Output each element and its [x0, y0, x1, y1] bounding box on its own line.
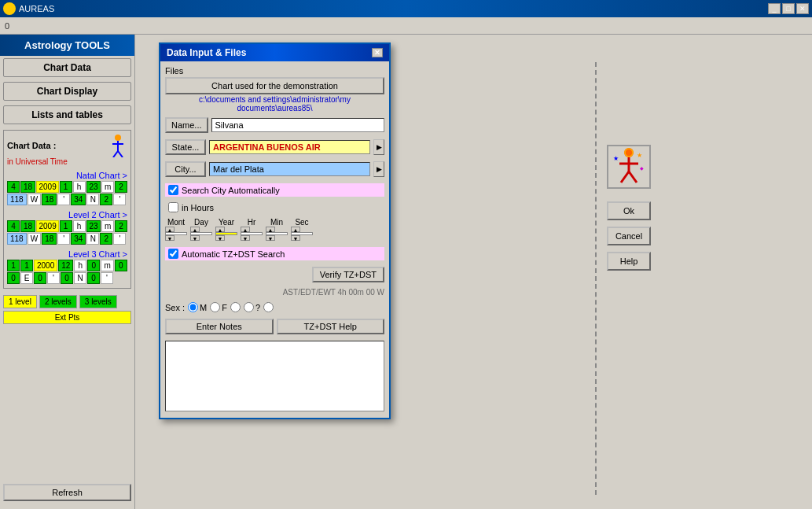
sec-label: Sec	[295, 218, 308, 227]
date-row: Mont ▲ ▼ Day ▲ ▼	[165, 218, 384, 241]
search-city-row: Search City Automatically	[165, 183, 384, 197]
sex-blank-option[interactable]	[230, 302, 241, 312]
notes-textarea[interactable]	[165, 341, 384, 411]
ok-button[interactable]: Ok	[607, 201, 651, 220]
year-down-button[interactable]: ▼	[215, 235, 225, 241]
chart-data-section: Chart Data : in Universal Time Natal Cha…	[3, 130, 131, 289]
in-hours-checkbox[interactable]	[168, 202, 178, 212]
demo-chart-button[interactable]: Chart used for the demonstration	[165, 77, 384, 94]
city-arrow[interactable]: ▶	[373, 161, 384, 177]
tz-help-button[interactable]: TZ+DST Help	[277, 319, 385, 334]
city-button[interactable]: City...	[165, 161, 206, 177]
day-up-button[interactable]: ▲	[190, 227, 200, 232]
astro-figure-icon-dialog: ★ ★ ◆	[612, 148, 646, 186]
notes-row: Enter Notes TZ+DST Help	[165, 319, 384, 334]
lists-tables-button[interactable]: Lists and tables	[3, 105, 131, 124]
app-title: AUREAS	[19, 4, 54, 13]
sex-f-option[interactable]: F	[210, 302, 227, 312]
svg-text:◆: ◆	[640, 166, 644, 171]
sex-q-option[interactable]: ?	[244, 302, 260, 312]
level2-row2: 118 W 18 ' 34 N 2 '	[7, 233, 127, 245]
hour-up-button[interactable]: ▲	[241, 227, 250, 232]
min-down-button[interactable]: ▼	[266, 235, 275, 241]
sex-last-option[interactable]	[263, 302, 274, 312]
level3-row1: 1 1 2000 12 h 0 m 0	[7, 260, 127, 271]
close-button[interactable]: ✕	[796, 3, 809, 14]
verify-button[interactable]: Verify TZ+DST	[312, 267, 384, 282]
svg-line-3	[113, 151, 118, 157]
name-button[interactable]: Name...	[165, 117, 208, 133]
level3-button[interactable]: 3 levels	[79, 295, 117, 308]
city-row: City... ▶	[165, 161, 384, 177]
sex-blank-radio[interactable]	[230, 302, 241, 312]
minimize-button[interactable]: _	[768, 3, 781, 14]
ast-line: AST/EDT/EWT 4h 00m 00 W	[165, 288, 384, 297]
svg-line-4	[118, 151, 123, 157]
sex-m-option[interactable]: M	[188, 302, 207, 312]
enter-notes-button[interactable]: Enter Notes	[165, 319, 274, 334]
ext-pts-button[interactable]: Ext Pts	[3, 311, 131, 324]
sex-row: Sex : M F ?	[165, 302, 384, 312]
verify-row: Verify TZ+DST	[165, 267, 384, 282]
level3-row2: 0 E 0 ' 0 N 0 '	[7, 272, 127, 284]
dialog-body: Files Chart used for the demonstration c…	[160, 61, 389, 418]
level1-button[interactable]: 1 level	[3, 295, 37, 308]
dialog-close-button[interactable]: ✕	[372, 48, 383, 57]
natal-row1: 4 18 2009 1 h 23 m 2	[7, 181, 127, 193]
sex-m-radio[interactable]	[188, 302, 198, 312]
sex-last-radio[interactable]	[263, 302, 274, 312]
maximize-button[interactable]: □	[782, 3, 795, 14]
svg-text:★: ★	[613, 155, 619, 162]
search-city-checkbox[interactable]	[168, 185, 178, 195]
search-city-label: Search City Automatically	[182, 186, 280, 195]
hour-down-button[interactable]: ▼	[241, 235, 250, 241]
svg-point-0	[115, 135, 121, 141]
in-hours-row: in Hours	[165, 201, 384, 213]
svg-point-5	[624, 148, 634, 157]
sec-up-button[interactable]: ▲	[291, 227, 300, 232]
chart-data-button[interactable]: Chart Data	[3, 58, 131, 77]
address-text: 0	[5, 21, 9, 31]
dialog-title-bar: Data Input & Files ✕	[160, 44, 389, 61]
sec-down-button[interactable]: ▼	[291, 235, 300, 241]
left-panel: Astrology TOOLS Chart Data Chart Display…	[0, 35, 135, 509]
level2-row1: 4 18 2009 1 h 23 m 2	[7, 220, 127, 232]
address-bar: 0	[0, 17, 812, 35]
month-down-button[interactable]: ▼	[165, 235, 175, 241]
auto-tz-label: Automatic TZ+DST Search	[182, 249, 285, 259]
dashed-divider	[595, 62, 597, 495]
files-section: Files Chart used for the demonstration c…	[165, 66, 384, 112]
min-up-button[interactable]: ▲	[266, 227, 275, 232]
refresh-button[interactable]: Refresh	[3, 484, 131, 501]
level3-chart-label[interactable]: Level 3 Chart >	[68, 249, 127, 259]
dialog-action-buttons: ★ ★ ◆ Ok Cancel Help	[607, 145, 651, 271]
svg-line-8	[621, 172, 629, 183]
help-button[interactable]: Help	[607, 252, 651, 271]
file-path-text: c:\documents and settings\administrator\…	[165, 95, 384, 112]
city-input[interactable]	[209, 162, 370, 176]
sex-label: Sex :	[165, 303, 185, 312]
state-button[interactable]: State...	[165, 139, 206, 155]
year-up-button[interactable]: ▲	[215, 227, 225, 232]
level2-chart-label[interactable]: Level 2 Chart >	[68, 210, 127, 219]
chart-display-button[interactable]: Chart Display	[3, 82, 131, 101]
title-bar: AUREAS _ □ ✕	[0, 0, 812, 17]
chart-data-subtitle: in Universal Time	[7, 157, 127, 166]
cancel-button[interactable]: Cancel	[607, 227, 651, 245]
month-up-button[interactable]: ▲	[165, 227, 175, 232]
sex-q-radio[interactable]	[244, 302, 254, 312]
sex-f-radio[interactable]	[210, 302, 220, 312]
natal-chart-label[interactable]: Natal Chart >	[76, 171, 127, 180]
chart-data-title: Chart Data :	[7, 141, 56, 150]
right-content: Data Input & Files ✕ Files Chart used fo…	[135, 35, 812, 509]
min-label: Min	[270, 218, 283, 227]
day-label: Day	[194, 218, 208, 227]
natal-row2: 118 W 18 ' 34 N 2 '	[7, 194, 127, 205]
level2-button[interactable]: 2 levels	[39, 295, 77, 308]
name-input[interactable]	[211, 118, 384, 132]
auto-tz-checkbox[interactable]	[168, 249, 178, 259]
state-arrow[interactable]: ▶	[373, 139, 384, 155]
state-input[interactable]	[209, 140, 370, 154]
month-label: Mont	[167, 218, 185, 227]
day-down-button[interactable]: ▼	[190, 235, 200, 241]
